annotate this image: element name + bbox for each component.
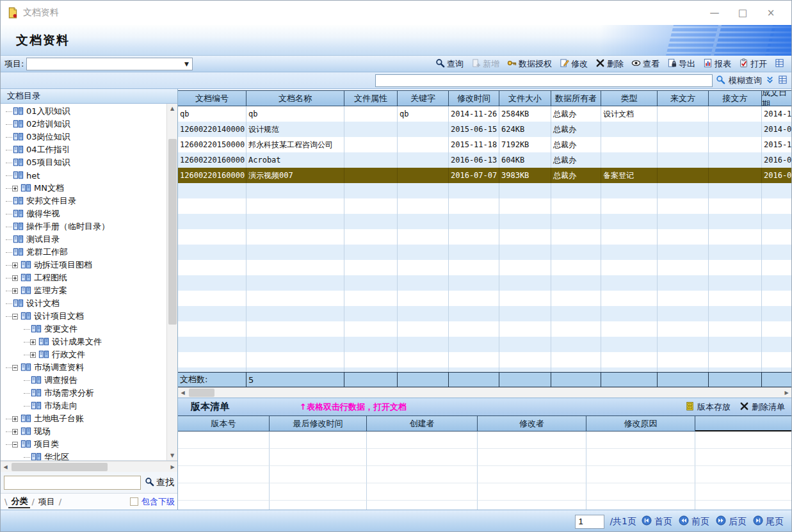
doc-column-header[interactable]: 文档编号 bbox=[178, 90, 246, 106]
close-button[interactable]: × bbox=[757, 3, 785, 22]
doc-row-empty[interactable] bbox=[178, 321, 791, 337]
doc-row[interactable]: 12600220140000设计规范2015-06-15624KB总裁办2014… bbox=[178, 122, 791, 137]
scroll-right-icon[interactable]: ▶ bbox=[782, 388, 791, 398]
tree-item[interactable]: 05项目知识 bbox=[1, 156, 166, 169]
include-sublevel-checkbox[interactable] bbox=[130, 497, 138, 506]
tree-item[interactable]: 市场走向 bbox=[1, 399, 166, 412]
version-row-empty[interactable] bbox=[178, 501, 791, 510]
tab-project[interactable]: 项目 bbox=[36, 496, 58, 508]
version-button-cabinet[interactable]: 版本存放 bbox=[685, 401, 731, 413]
scroll-left-icon[interactable]: ◀ bbox=[178, 388, 188, 398]
doc-row[interactable]: 12600220160000Acrobat2016-06-13604KB总裁办2… bbox=[178, 152, 791, 168]
expand-icon[interactable] bbox=[12, 262, 18, 268]
page-number-input[interactable] bbox=[575, 515, 604, 529]
doc-row-empty[interactable] bbox=[178, 367, 791, 372]
tree-item[interactable]: 土地电子台账 bbox=[1, 412, 166, 425]
quick-search-input[interactable] bbox=[375, 74, 713, 87]
toolbar-button-add[interactable]: 新增 bbox=[468, 57, 503, 71]
version-column-header[interactable]: 最后修改时间 bbox=[270, 415, 367, 431]
doc-row-empty[interactable] bbox=[178, 260, 791, 275]
nav-last-page-button[interactable]: 尾页 bbox=[753, 515, 784, 528]
version-row-empty[interactable] bbox=[178, 449, 791, 466]
doc-column-header[interactable]: 修改时间 bbox=[449, 90, 499, 106]
tree-item[interactable]: MN文档 bbox=[1, 182, 166, 195]
toolbar-button-open[interactable]: 打开 bbox=[736, 57, 770, 71]
collapse-icon[interactable] bbox=[12, 442, 18, 447]
collapse-icon[interactable] bbox=[12, 365, 18, 371]
expand-icon[interactable] bbox=[12, 186, 18, 191]
tab-classification[interactable]: 分类 bbox=[8, 496, 30, 508]
toolbar-button-search[interactable]: 查询 bbox=[432, 57, 467, 71]
tree-item[interactable]: het bbox=[1, 169, 166, 182]
tree-item[interactable]: 安邦文件目录 bbox=[1, 195, 166, 207]
version-column-header[interactable] bbox=[695, 415, 792, 431]
scroll-right-icon[interactable]: ▶ bbox=[168, 462, 177, 472]
doc-column-header[interactable]: 文件大小 bbox=[499, 90, 551, 106]
tree-item[interactable]: 华北区 bbox=[1, 451, 166, 460]
tree-item[interactable]: 调查报告 bbox=[1, 374, 166, 387]
tree-item[interactable]: 党群工作部 bbox=[1, 246, 166, 259]
doc-row-empty[interactable] bbox=[178, 245, 791, 260]
tree-find-input[interactable] bbox=[4, 476, 141, 490]
doc-table-horizontal-scrollbar[interactable]: ◀ ▶ bbox=[178, 387, 791, 398]
toolbar-button-del[interactable]: 删除 bbox=[592, 57, 627, 71]
scrollbar-thumb[interactable] bbox=[12, 463, 108, 471]
tree-item[interactable]: 市场需求分析 bbox=[1, 387, 166, 399]
doc-column-header[interactable]: 成文日期 bbox=[762, 90, 792, 106]
doc-column-header[interactable]: 类型 bbox=[601, 90, 658, 106]
doc-row-empty[interactable] bbox=[178, 352, 791, 367]
scroll-down-icon[interactable]: ▼ bbox=[168, 451, 177, 460]
toolbar-button-export[interactable]: 导出 bbox=[664, 57, 699, 71]
doc-row-empty[interactable] bbox=[178, 229, 791, 245]
expand-icon[interactable] bbox=[30, 352, 36, 358]
tree-item[interactable]: 项目类 bbox=[1, 438, 166, 451]
tree-item[interactable]: 傲得华视 bbox=[1, 207, 166, 220]
tree-item[interactable]: 市场调查资料 bbox=[1, 361, 166, 374]
minimize-button[interactable]: — bbox=[700, 3, 729, 22]
combobox-dropdown-icon[interactable]: ▼ bbox=[181, 58, 192, 70]
scroll-up-icon[interactable]: ▲ bbox=[168, 104, 177, 113]
chevrons-down-icon[interactable] bbox=[765, 75, 775, 86]
doc-column-header[interactable]: 文档名称 bbox=[246, 90, 344, 106]
find-button[interactable]: 查找 bbox=[145, 477, 174, 488]
expand-icon[interactable] bbox=[12, 429, 18, 435]
doc-row-empty[interactable] bbox=[178, 183, 791, 198]
toolbar-button-report[interactable]: 报表 bbox=[700, 57, 734, 71]
tree-item[interactable]: 03岗位知识 bbox=[1, 131, 166, 143]
scrollbar-thumb[interactable] bbox=[189, 389, 214, 397]
version-column-header[interactable]: 修改者 bbox=[478, 415, 586, 431]
version-row-empty[interactable] bbox=[178, 466, 791, 483]
doc-column-header[interactable]: 接文方 bbox=[709, 90, 762, 106]
version-row-empty[interactable] bbox=[178, 483, 791, 501]
tree-item[interactable]: 设计成果文件 bbox=[1, 335, 166, 348]
tree-item[interactable]: 02培训知识 bbox=[1, 118, 166, 131]
tree-item[interactable]: 动拆迁项目图档 bbox=[1, 259, 166, 271]
tree-item[interactable]: 监理方案 bbox=[1, 284, 166, 297]
tree-item[interactable]: 设计文档 bbox=[1, 297, 166, 310]
doc-row-empty[interactable] bbox=[178, 198, 791, 214]
toolbar-button-key[interactable]: 数据授权 bbox=[504, 57, 555, 71]
nav-next-page-button[interactable]: 后页 bbox=[716, 515, 747, 528]
doc-row[interactable]: qbqbqb2014-11-262584KB总裁办设计文档2014-1 bbox=[178, 106, 791, 122]
expand-icon[interactable] bbox=[12, 275, 18, 281]
maximize-button[interactable]: □ bbox=[729, 3, 757, 22]
doc-row-empty[interactable] bbox=[178, 337, 791, 352]
doc-row-empty[interactable] bbox=[178, 275, 791, 291]
tree-item[interactable]: 行政文件 bbox=[1, 348, 166, 361]
toolbar-button-grid[interactable] bbox=[772, 57, 788, 71]
fuzzy-search-icon[interactable] bbox=[716, 75, 725, 86]
version-column-header[interactable]: 修改原因 bbox=[586, 415, 695, 431]
tree-item[interactable]: 01入职知识 bbox=[1, 105, 166, 118]
version-column-header[interactable]: 创建者 bbox=[367, 415, 478, 431]
doc-row-empty[interactable] bbox=[178, 306, 791, 321]
version-row-empty[interactable] bbox=[178, 431, 791, 449]
expand-icon[interactable] bbox=[30, 339, 36, 345]
scroll-left-icon[interactable]: ◀ bbox=[1, 462, 10, 472]
include-sublevel-option[interactable]: 包含下级 bbox=[130, 496, 175, 508]
doc-column-header[interactable]: 来文方 bbox=[658, 90, 709, 106]
version-button-del[interactable]: 删除清单 bbox=[739, 401, 785, 413]
column-settings-icon[interactable] bbox=[778, 75, 788, 86]
tree-item[interactable]: 测试目录 bbox=[1, 233, 166, 246]
doc-column-header[interactable]: 文件属性 bbox=[344, 90, 398, 106]
fuzzy-search-label[interactable]: 模糊查询 bbox=[729, 75, 762, 86]
